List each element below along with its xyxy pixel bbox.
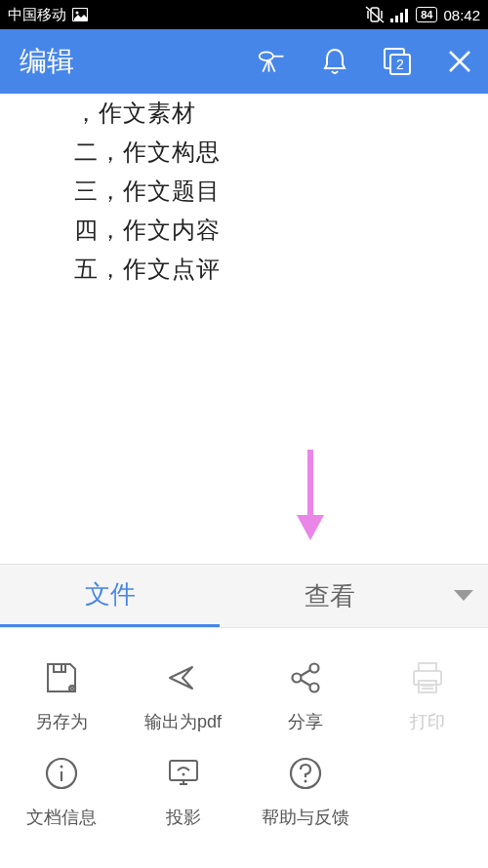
action-doc-info-label: 文档信息 <box>26 806 97 829</box>
svg-rect-31 <box>419 663 436 671</box>
status-bar: 中国移动 84 08:42 <box>0 0 488 29</box>
svg-point-28 <box>309 684 318 692</box>
carrier-label: 中国移动 <box>8 6 66 24</box>
content-line: 五，作文点评 <box>74 250 488 289</box>
bell-icon[interactable] <box>320 47 349 76</box>
signal-icon <box>390 8 410 22</box>
svg-rect-23 <box>54 664 65 672</box>
action-projection-label: 投影 <box>166 806 201 829</box>
share-icon <box>285 657 326 698</box>
svg-text:2: 2 <box>396 57 404 72</box>
svg-line-30 <box>301 680 310 686</box>
tab-collapse-button[interactable] <box>439 589 488 603</box>
app-bar: 编辑 2 <box>0 29 488 94</box>
svg-marker-22 <box>454 590 473 601</box>
action-share[interactable]: 分享 <box>244 657 366 733</box>
action-export-pdf-label: 输出为pdf <box>144 710 222 733</box>
tab-view-label: 查看 <box>305 579 355 613</box>
svg-rect-8 <box>400 13 403 22</box>
action-share-label: 分享 <box>288 710 323 733</box>
bottom-panel: 文件 查看 另存为 输出为pdf <box>0 564 488 868</box>
action-empty <box>366 753 488 829</box>
action-help-feedback[interactable]: 帮助与反馈 <box>244 753 366 829</box>
projection-icon <box>163 753 204 794</box>
action-doc-info[interactable]: 文档信息 <box>0 753 122 829</box>
help-icon <box>285 753 326 794</box>
battery-indicator: 84 <box>416 7 437 22</box>
telescope-icon[interactable] <box>258 47 287 76</box>
action-save-as[interactable]: 另存为 <box>0 657 122 733</box>
close-icon[interactable] <box>445 47 474 76</box>
action-print: 打印 <box>366 657 488 733</box>
svg-point-10 <box>260 52 273 60</box>
svg-line-12 <box>263 60 267 71</box>
action-projection[interactable]: 投影 <box>122 753 244 829</box>
action-print-label: 打印 <box>410 710 445 733</box>
tab-file[interactable]: 文件 <box>0 565 220 627</box>
action-save-as-label: 另存为 <box>35 710 88 733</box>
picture-icon <box>72 8 88 21</box>
save-icon <box>41 657 82 698</box>
svg-marker-21 <box>297 515 324 540</box>
chevron-down-icon <box>453 589 474 603</box>
svg-point-1 <box>76 12 79 15</box>
vibrate-icon <box>365 6 385 23</box>
svg-point-40 <box>182 773 184 776</box>
action-export-pdf[interactable]: 输出为pdf <box>122 657 244 733</box>
tab-bar: 文件 查看 <box>0 565 488 627</box>
svg-point-26 <box>292 674 301 683</box>
actions-grid: 另存为 输出为pdf 分享 打印 <box>0 627 488 868</box>
document-content[interactable]: ，作文素材 二，作文构思 三，作文题目 四，作文内容 五，作文点评 <box>0 94 488 289</box>
svg-rect-6 <box>390 19 393 22</box>
time-label: 08:42 <box>443 7 480 23</box>
print-icon <box>407 657 448 698</box>
tutorial-arrow-icon <box>291 445 330 542</box>
svg-rect-7 <box>395 16 398 22</box>
export-icon <box>163 657 204 698</box>
action-help-feedback-label: 帮助与反馈 <box>262 806 349 829</box>
svg-line-13 <box>269 60 274 71</box>
page-title: 编辑 <box>20 43 258 80</box>
svg-point-27 <box>309 664 318 673</box>
content-line: 四，作文内容 <box>74 211 488 250</box>
content-line: 三，作文题目 <box>74 172 488 211</box>
svg-rect-9 <box>405 9 408 22</box>
tab-view[interactable]: 查看 <box>220 565 439 627</box>
svg-line-29 <box>301 670 310 676</box>
info-icon <box>41 753 82 794</box>
svg-point-44 <box>304 780 306 783</box>
content-line: ，作文素材 <box>74 94 488 133</box>
svg-rect-39 <box>170 761 197 780</box>
content-line: 二，作文构思 <box>74 133 488 172</box>
svg-point-37 <box>60 766 62 769</box>
tab-file-label: 文件 <box>85 577 136 612</box>
windows-icon[interactable]: 2 <box>383 47 412 76</box>
